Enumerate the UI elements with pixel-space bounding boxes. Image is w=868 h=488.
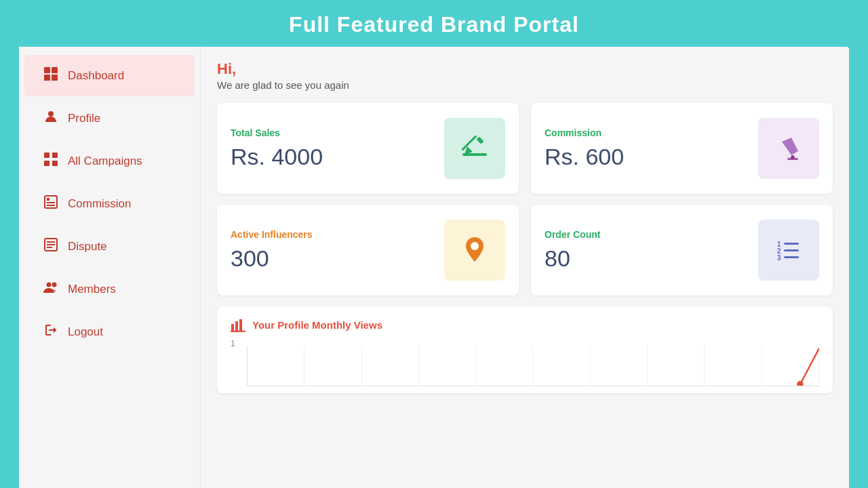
- main-content: Hi, We are glad to see you again Total S…: [201, 47, 849, 488]
- svg-point-26: [471, 242, 479, 250]
- commission-card: Commission Rs. 600: [531, 103, 833, 194]
- influencers-icon-box: [444, 220, 505, 281]
- sidebar-item-profile[interactable]: Profile: [24, 98, 195, 139]
- members-icon: [43, 281, 58, 298]
- order-count-value: 80: [545, 245, 600, 272]
- campaigns-icon: [43, 152, 58, 169]
- chart-col-5: [476, 346, 533, 386]
- chart-col-8: [648, 346, 705, 386]
- svg-rect-12: [47, 205, 55, 206]
- header-title: Full Featured Brand Portal: [289, 12, 579, 37]
- main-container: Dashboard Profile All Campaigns: [19, 47, 849, 488]
- sidebar-item-dispute[interactable]: Dispute: [24, 226, 195, 267]
- profile-icon: [43, 110, 58, 127]
- edit-green-icon: [459, 133, 490, 164]
- svg-point-17: [47, 283, 52, 287]
- chart-col-6: [533, 346, 590, 386]
- pencil-purple-icon: [772, 132, 805, 165]
- chart-title: Your Profile Monthly Views: [252, 319, 382, 331]
- svg-rect-11: [47, 202, 55, 203]
- sidebar-item-logout[interactable]: Logout: [24, 311, 195, 352]
- svg-rect-22: [476, 136, 484, 144]
- svg-rect-36: [231, 331, 245, 332]
- svg-rect-6: [52, 152, 58, 158]
- sidebar-item-dashboard[interactable]: Dashboard: [24, 55, 195, 96]
- sidebar-label-dashboard: Dashboard: [68, 69, 124, 83]
- commission-icon: [43, 195, 58, 212]
- order-list-icon: 1 2 3: [773, 235, 804, 266]
- stats-row-1: Total Sales Rs. 4000 Commission Rs. 60: [217, 103, 833, 194]
- logout-icon: [43, 323, 58, 340]
- order-count-label: Order Count: [545, 229, 600, 240]
- svg-marker-25: [790, 155, 795, 158]
- svg-text:3: 3: [777, 254, 781, 262]
- svg-rect-14: [47, 241, 55, 243]
- sidebar-label-campaigns: All Campaigns: [68, 155, 142, 168]
- svg-rect-33: [231, 324, 234, 331]
- greeting-subtitle: We are glad to see you again: [217, 79, 833, 91]
- sidebar-label-profile: Profile: [68, 112, 100, 125]
- chart-col-7: [591, 346, 648, 386]
- svg-rect-28: [784, 243, 799, 245]
- svg-point-4: [48, 111, 54, 117]
- svg-rect-3: [52, 75, 58, 81]
- svg-rect-15: [47, 244, 55, 245]
- svg-rect-34: [235, 321, 238, 331]
- total-sales-label: Total Sales: [231, 127, 323, 138]
- svg-rect-30: [784, 249, 799, 251]
- location-pin-icon: [459, 235, 490, 266]
- total-sales-icon-box: [444, 118, 505, 179]
- chart-col-9: [705, 346, 762, 386]
- svg-rect-2: [44, 75, 50, 81]
- sidebar-label-members: Members: [68, 283, 116, 296]
- svg-rect-0: [44, 67, 50, 73]
- sidebar-item-commission[interactable]: Commission: [24, 183, 195, 224]
- svg-point-18: [52, 283, 57, 287]
- order-count-card: Order Count 80 1 2 3: [531, 205, 833, 296]
- dashboard-icon: [43, 67, 58, 84]
- total-sales-info: Total Sales Rs. 4000: [231, 127, 323, 170]
- commission-label: Commission: [545, 127, 624, 138]
- stats-row-2: Active Influencers 300 Order Count 80: [217, 205, 833, 296]
- active-influencers-info: Active Influencers 300: [231, 229, 313, 272]
- active-influencers-label: Active Influencers: [231, 229, 313, 240]
- active-influencers-value: 300: [231, 245, 313, 272]
- sidebar-label-commission: Commission: [68, 197, 132, 211]
- chart-col-2: [304, 346, 361, 386]
- commission-info: Commission Rs. 600: [545, 127, 624, 170]
- total-sales-value: Rs. 4000: [231, 144, 323, 170]
- commission-icon-box: [758, 118, 819, 179]
- commission-value: Rs. 600: [545, 144, 624, 170]
- sidebar-item-members[interactable]: Members: [24, 268, 195, 310]
- chart-col-4: [419, 346, 476, 386]
- chart-col-1: [248, 346, 304, 386]
- greeting-hi: Hi,: [217, 60, 833, 78]
- chart-area: 1: [231, 339, 819, 386]
- svg-rect-7: [44, 161, 50, 166]
- svg-rect-8: [52, 161, 58, 166]
- order-count-info: Order Count 80: [545, 229, 600, 272]
- svg-rect-10: [47, 198, 50, 201]
- page-header: Full Featured Brand Portal: [0, 0, 868, 47]
- chart-section: Your Profile Monthly Views 1: [217, 306, 833, 393]
- order-icon-box: 1 2 3: [758, 220, 819, 281]
- svg-rect-35: [239, 319, 242, 331]
- chart-title-row: Your Profile Monthly Views: [231, 317, 819, 332]
- sidebar-label-logout: Logout: [68, 325, 103, 339]
- svg-rect-5: [44, 152, 50, 158]
- sidebar-label-dispute: Dispute: [68, 240, 107, 253]
- chart-y-label: 1: [231, 339, 235, 348]
- svg-rect-1: [52, 67, 58, 73]
- active-influencers-card: Active Influencers 300: [217, 205, 519, 296]
- chart-bar-icon: [231, 317, 245, 332]
- chart-col-10: [762, 346, 819, 386]
- dispute-icon: [43, 238, 58, 255]
- chart-grid: [247, 346, 819, 386]
- svg-rect-16: [47, 247, 52, 248]
- sidebar: Dashboard Profile All Campaigns: [19, 47, 201, 488]
- sidebar-item-campaigns[interactable]: All Campaigns: [24, 140, 195, 182]
- total-sales-card: Total Sales Rs. 4000: [217, 103, 519, 194]
- svg-rect-32: [784, 256, 799, 258]
- chart-col-3: [362, 346, 419, 386]
